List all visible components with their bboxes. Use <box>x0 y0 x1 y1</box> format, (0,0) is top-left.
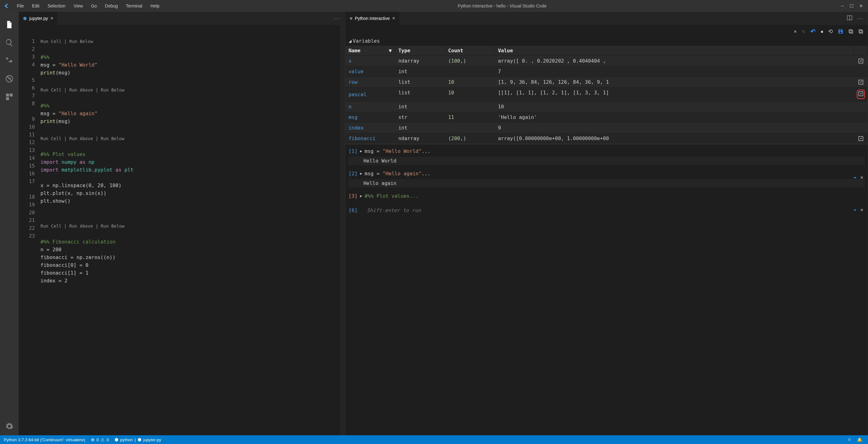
export-icon[interactable] <box>848 29 854 34</box>
var-type: list <box>395 89 445 100</box>
variable-row[interactable]: xndarray(100,)array([ 0. , 0.2020202 , 0… <box>345 56 868 66</box>
var-value: [[1], [1, 1], [1, 2, 1], [1, 3, 3, 1] <box>495 89 854 100</box>
redo-icon[interactable]: ↻ <box>802 29 805 34</box>
code-editor[interactable]: Run Cell | Run Below #%% msg = "Hello Wo… <box>40 25 341 435</box>
split-editor-icon[interactable] <box>847 15 852 22</box>
console-cell[interactable]: [1] ▶ msg = "Hello World"... <box>348 148 865 154</box>
restart-icon[interactable]: ⟲ <box>828 28 833 35</box>
svg-rect-7 <box>849 30 852 32</box>
svg-rect-2 <box>6 94 9 97</box>
col-count[interactable]: Count <box>445 46 495 56</box>
menu-go[interactable]: Go <box>87 2 100 10</box>
menu-file[interactable]: File <box>13 2 28 10</box>
tab-jupyter-py[interactable]: ⬢ jupyter.py × <box>19 12 58 25</box>
cell-prompt: [2] <box>348 170 358 177</box>
codelens-run-cell[interactable]: Run Cell | Run Above | Run Below <box>40 86 341 94</box>
cell-output: Hello again <box>348 179 865 187</box>
delete-cell-icon[interactable]: ✕ <box>860 175 863 180</box>
variable-row[interactable]: nint10 <box>345 101 868 112</box>
variable-row[interactable]: rowlist10[1, 9, 36, 84, 126, 126, 84, 36… <box>345 76 868 87</box>
var-name: n <box>345 103 395 110</box>
var-count <box>445 68 495 75</box>
collapse-triangle-icon: ◢ <box>348 38 351 44</box>
console-cell[interactable]: [3] ▶ #%% Plot values... <box>348 193 865 199</box>
var-type: ndarray <box>395 134 445 142</box>
undo-icon[interactable]: ↶ <box>810 28 816 35</box>
goto-code-icon[interactable]: ⇥ <box>853 207 856 213</box>
show-variable-icon[interactable] <box>854 89 868 100</box>
tab-overflow-icon[interactable]: ··· <box>330 12 345 25</box>
minimap[interactable] <box>341 25 345 435</box>
codelens-run-cell[interactable]: Run Cell | Run Above | Run Below <box>40 135 341 142</box>
expand-icon[interactable] <box>858 29 863 34</box>
variable-row[interactable]: msgstr11'Hello again' <box>345 112 868 122</box>
notifications-bell-icon[interactable]: 🔔 <box>857 437 862 442</box>
extensions-icon[interactable] <box>0 88 19 106</box>
status-language[interactable]: ⬢python | ⬢jupyter.py <box>115 437 161 442</box>
maximize-icon[interactable]: ☐ <box>849 3 854 8</box>
python-icon: ⬢ <box>115 437 118 442</box>
variables-title: Variables <box>353 38 380 44</box>
expand-caret-icon[interactable]: ▶ <box>360 194 362 198</box>
status-python-interpreter[interactable]: Python 3.7.3 64-bit ('Continuum': virtua… <box>4 438 85 442</box>
tab-label: Python Interactive <box>355 16 390 21</box>
status-problems[interactable]: ⊗0 ⚠0 <box>91 437 109 442</box>
col-type[interactable]: Type <box>395 46 445 56</box>
show-variable-icon <box>854 103 868 110</box>
show-variable-icon[interactable] <box>854 134 868 142</box>
goto-code-icon[interactable]: ⇥ <box>853 175 856 180</box>
console-input[interactable]: [6] Shift-enter to run <box>348 208 865 213</box>
var-name: pascal <box>345 89 395 100</box>
variable-row[interactable]: valueint7 <box>345 66 868 76</box>
more-actions-icon[interactable]: ··· <box>857 15 863 22</box>
show-variable-icon[interactable] <box>854 57 868 65</box>
debug-icon[interactable] <box>0 70 19 88</box>
var-value: array([0.00000000e+00, 1.00000000e+00 <box>495 134 854 142</box>
codelens-run-cell[interactable]: Run Cell | Run Below <box>40 38 341 45</box>
var-type: str <box>395 113 445 121</box>
variable-row[interactable]: fibonaccindarray(200,)array([0.00000000e… <box>345 133 868 144</box>
menu-selection[interactable]: Selection <box>44 2 69 10</box>
tab-close-icon[interactable]: × <box>51 15 53 21</box>
variable-row[interactable]: indexint9 <box>345 122 868 133</box>
source-control-icon[interactable] <box>0 52 19 70</box>
svg-rect-3 <box>10 94 12 97</box>
tab-close-icon[interactable]: × <box>392 15 395 21</box>
col-value[interactable]: Value <box>495 46 854 56</box>
expand-caret-icon[interactable]: ▶ <box>360 149 362 153</box>
var-count <box>445 124 495 132</box>
expand-caret-icon[interactable]: ▶ <box>360 171 362 176</box>
interrupt-icon[interactable]: ■ <box>821 29 823 34</box>
sort-desc-icon: ▼ <box>389 47 392 54</box>
tab-python-interactive[interactable]: ≡ Python Interactive × <box>345 12 399 25</box>
codelens-run-cell[interactable]: Run Cell | Run Above | Run Below <box>40 222 341 230</box>
search-icon[interactable] <box>0 34 19 52</box>
menu-terminal[interactable]: Terminal <box>122 2 146 10</box>
editor-tabs: ⬢ jupyter.py × ··· <box>19 12 345 25</box>
variables-header[interactable]: ◢ Variables <box>345 36 868 46</box>
var-name: value <box>345 68 395 75</box>
jupyter-icon: ⬢ <box>137 437 141 442</box>
minimize-icon[interactable]: ─ <box>841 3 844 8</box>
close-icon[interactable]: ✕ <box>859 3 863 8</box>
activity-bar <box>0 12 19 435</box>
delete-cell-icon[interactable]: ✕ <box>860 207 863 213</box>
console-cell[interactable]: [2] ▶ msg = "Hello again"... <box>348 170 865 177</box>
save-icon[interactable] <box>838 29 843 34</box>
settings-gear-icon[interactable] <box>0 417 19 435</box>
cell-prompt: [6] <box>348 208 358 213</box>
menu-debug[interactable]: Debug <box>101 2 121 10</box>
show-variable-icon[interactable] <box>854 78 868 86</box>
feedback-smiley-icon[interactable]: ☺ <box>847 437 851 442</box>
interactive-toolbar: ✕ ↻ ↶ ■ ⟲ <box>345 27 868 36</box>
menu-help[interactable]: Help <box>147 2 163 10</box>
menu-edit[interactable]: Edit <box>28 2 43 10</box>
svg-rect-4 <box>6 97 9 100</box>
cancel-icon[interactable]: ✕ <box>794 29 797 34</box>
explorer-icon[interactable] <box>0 15 19 34</box>
menu-view[interactable]: View <box>70 2 87 10</box>
var-count: (100,) <box>445 57 495 65</box>
variable-row[interactable]: pascallist10[[1], [1, 1], [1, 2, 1], [1,… <box>345 87 868 101</box>
show-variable-icon <box>854 113 868 121</box>
col-name[interactable]: Name▼ <box>345 46 395 56</box>
